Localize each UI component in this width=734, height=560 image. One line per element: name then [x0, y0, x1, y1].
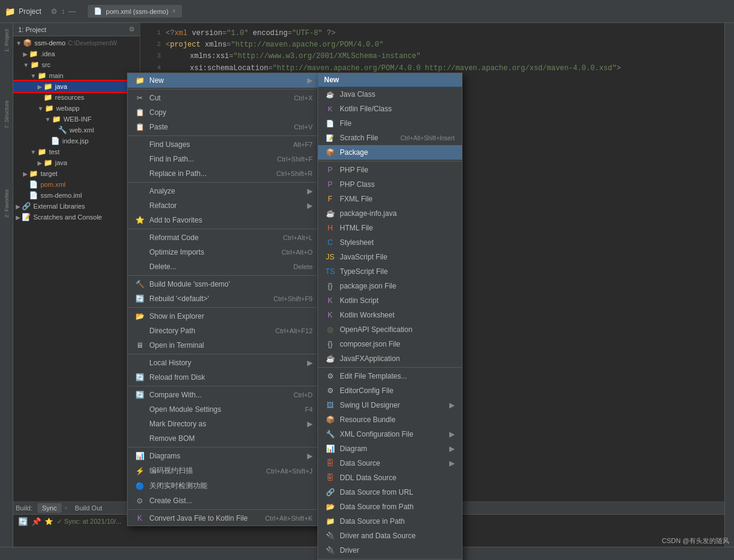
kotlin-class-icon: K — [325, 104, 335, 114]
settings-icon[interactable]: ⚙ — [51, 7, 57, 16]
ctx-copy[interactable]: 📋 Copy — [128, 105, 320, 120]
minus-icon[interactable]: — — [68, 7, 76, 16]
ctx-create-gist[interactable]: ⊙ Create Gist... — [128, 493, 320, 508]
new-html-file[interactable]: H HTML File — [318, 221, 462, 235]
ctx-reload[interactable]: 🔄 Reload from Disk — [128, 370, 320, 385]
gear-icon[interactable]: ⚙ — [129, 25, 135, 33]
ctx-optimize-imports[interactable]: Optimize Imports Ctrl+Alt+O — [128, 245, 320, 259]
tree-item-iml[interactable]: ▶ 📄 ssm-demo.iml — [13, 190, 140, 201]
new-scratch-file[interactable]: 📝 Scratch File Ctrl+Alt+Shift+Insert — [318, 131, 462, 145]
structure-panel-label[interactable]: 7: Structure — [4, 100, 10, 129]
ctx-encoding-scan[interactable]: ⚡ 编码视约扫描 Ctrl+Alt+Shift+J — [128, 463, 320, 478]
ctx-compare[interactable]: 🔄 Compare With... Ctrl+D — [128, 388, 320, 402]
ctx-add-favorites[interactable]: ⭐ Add to Favorites — [128, 213, 320, 227]
new-package[interactable]: 📦 Package — [318, 145, 462, 160]
new-composerjson[interactable]: {} composer.json File — [318, 337, 462, 351]
ctx-remove-bom[interactable]: Remove BOM — [128, 431, 320, 446]
sync-icon[interactable]: 🔄 — [18, 517, 28, 526]
new-xml-config[interactable]: 🔧 XML Configuration File ▶ — [318, 427, 462, 441]
build-out-tab[interactable]: Build Out — [70, 503, 107, 513]
ctx-open-terminal[interactable]: 🖥 Open in Terminal — [128, 338, 320, 353]
sync-icon[interactable]: ↕ — [61, 7, 65, 16]
new-kotlin-script[interactable]: K Kotlin Script — [318, 293, 462, 308]
new-datasource-url[interactable]: 🔗 Data Source from URL — [318, 485, 462, 500]
ctx-reformat[interactable]: Reformat Code Ctrl+Alt+L — [128, 230, 320, 245]
new-driver[interactable]: 🔌 Driver — [318, 543, 462, 558]
new-ts-file[interactable]: TS TypeScript File — [318, 264, 462, 279]
project-label[interactable]: Project — [19, 7, 41, 16]
ctx-find-usages[interactable]: Find Usages Alt+F7 — [128, 137, 320, 152]
sync-close[interactable]: × — [64, 505, 68, 512]
new-fxml-file[interactable]: F FXML File — [318, 192, 462, 206]
tree-item-resources[interactable]: ▶ 📁 resources — [13, 92, 140, 103]
ctx-analyze[interactable]: Analyze ▶ — [128, 184, 320, 198]
new-js-file[interactable]: JS JavaScript File — [318, 250, 462, 264]
tree-item-java-test[interactable]: ▶ 📁 java — [13, 157, 140, 168]
new-file[interactable]: 📄 File — [318, 116, 462, 131]
editor-tab[interactable]: 📄 pom.xml (ssm-demo) × — [88, 5, 181, 18]
new-swing[interactable]: 🖼 Swing UI Designer ▶ — [318, 398, 462, 412]
tree-item-pomxml[interactable]: ▶ 📄 pom.xml — [13, 179, 140, 190]
new-driver-datasource[interactable]: 🔌 Driver and Data Source — [318, 529, 462, 543]
tree-item-idea[interactable]: ▶ 📁 .idea — [13, 48, 140, 59]
ctx-cut[interactable]: ✂ Cut Ctrl+X — [128, 91, 320, 105]
ctx-build-module[interactable]: 🔨 Build Module 'ssm-demo' — [128, 277, 320, 291]
new-resource-bundle[interactable]: 📦 Resource Bundle — [318, 412, 462, 427]
new-datasource-in-path[interactable]: 📁 Data Source in Path — [318, 514, 462, 529]
ctx-diagrams[interactable]: 📊 Diagrams ▶ — [128, 449, 320, 463]
separator — [128, 135, 320, 136]
tree-item-ext-libs[interactable]: ▶ 🔗 External Libraries — [13, 201, 140, 212]
favorites-panel-label[interactable]: 2: Favorites — [4, 189, 10, 218]
ctx-directory-path[interactable]: Directory Path Ctrl+Alt+F12 — [128, 324, 320, 338]
ctx-mark-directory[interactable]: Mark Directory as ▶ — [128, 417, 320, 431]
new-edit-templates[interactable]: ⚙ Edit File Templates... — [318, 369, 462, 383]
new-packagejson[interactable]: {} package.json File — [318, 279, 462, 293]
ctx-rebuild[interactable]: 🔄 Rebuild '<default>' Ctrl+Shift+F9 — [128, 291, 320, 306]
tree-item-ssm-demo[interactable]: ▼ 📦 ssm-demo C:\DevelopmentW — [13, 37, 140, 48]
new-java-class[interactable]: ☕ Java Class — [318, 87, 462, 102]
tree-item-java-main[interactable]: ▶ 📁 java — [13, 81, 140, 92]
tree-item-main[interactable]: ▼ 📁 main — [13, 70, 140, 81]
tree-item-src[interactable]: ▼ 📁 src — [13, 59, 140, 70]
new-diagram[interactable]: 📊 Diagram ▶ — [318, 441, 462, 456]
new-datasource[interactable]: 🗄 Data Source ▶ — [318, 456, 462, 470]
new-datasource-path[interactable]: 📂 Data Source from Path — [318, 500, 462, 514]
tree-item-test[interactable]: ▼ 📁 test — [13, 146, 140, 157]
ctx-delete[interactable]: Delete... Delete — [128, 259, 320, 274]
datasource-arrow: ▶ — [449, 459, 455, 467]
new-kotlin-worksheet[interactable]: K Kotlin Worksheet — [318, 308, 462, 322]
html-icon: H — [325, 223, 335, 233]
tree-item-webxml[interactable]: ▶ 🔧 web.xml — [13, 125, 140, 135]
ctx-convert-kotlin[interactable]: K Convert Java File to Kotlin File Ctrl+… — [128, 511, 320, 526]
project-panel-label[interactable]: 1: Project — [4, 29, 10, 52]
json-icon: {} — [325, 281, 335, 291]
tree-item-webinf[interactable]: ▼ 📁 WEB-INF — [13, 114, 140, 125]
ctx-find-in-path[interactable]: Find in Path... Ctrl+Shift+F — [128, 152, 320, 166]
build-label: Build: — [16, 504, 33, 512]
ctx-local-history[interactable]: Local History ▶ — [128, 356, 320, 370]
new-editorconfig[interactable]: ⚙ EditorConfig File — [318, 383, 462, 398]
tree-item-target[interactable]: ▶ 📁 target — [13, 168, 140, 179]
tree-item-webapp[interactable]: ▼ 📁 webapp — [13, 103, 140, 114]
reformat-icon — [135, 233, 145, 243]
new-php-file[interactable]: P PHP File — [318, 163, 462, 177]
new-kotlin-class[interactable]: K Kotlin File/Class — [318, 102, 462, 116]
tab-close-button[interactable]: × — [172, 8, 176, 15]
new-stylesheet[interactable]: C Stylesheet — [318, 235, 462, 250]
ctx-replace-in-path[interactable]: Replace in Path... Ctrl+Shift+R — [128, 166, 320, 181]
sync-tab[interactable]: Sync — [37, 503, 62, 513]
ctx-realtime-detect[interactable]: 🔵 关闭实时检测功能 — [128, 478, 320, 493]
new-php-class[interactable]: P PHP Class — [318, 177, 462, 192]
tree-item-scratches[interactable]: ▶ 📝 Scratches and Console — [13, 212, 140, 223]
ctx-refactor[interactable]: Refactor ▶ — [128, 198, 320, 213]
new-package-info[interactable]: ☕ package-info.java — [318, 206, 462, 221]
new-javafx[interactable]: ☕ JavaFXApplication — [318, 351, 462, 366]
new-openapi[interactable]: ◎ OpenAPI Specification — [318, 322, 462, 337]
ctx-new[interactable]: 📁 New ▶ — [128, 73, 320, 88]
kotlin-icon: K — [135, 513, 145, 523]
ctx-open-module[interactable]: Open Module Settings F4 — [128, 402, 320, 417]
ctx-show-explorer[interactable]: 📂 Show in Explorer — [128, 309, 320, 324]
new-ddl-datasource[interactable]: 🗄 DDL Data Source — [318, 470, 462, 485]
ctx-paste[interactable]: 📋 Paste Ctrl+V — [128, 120, 320, 134]
tree-item-indexjsp[interactable]: ▶ 📄 index.jsp — [13, 135, 140, 146]
